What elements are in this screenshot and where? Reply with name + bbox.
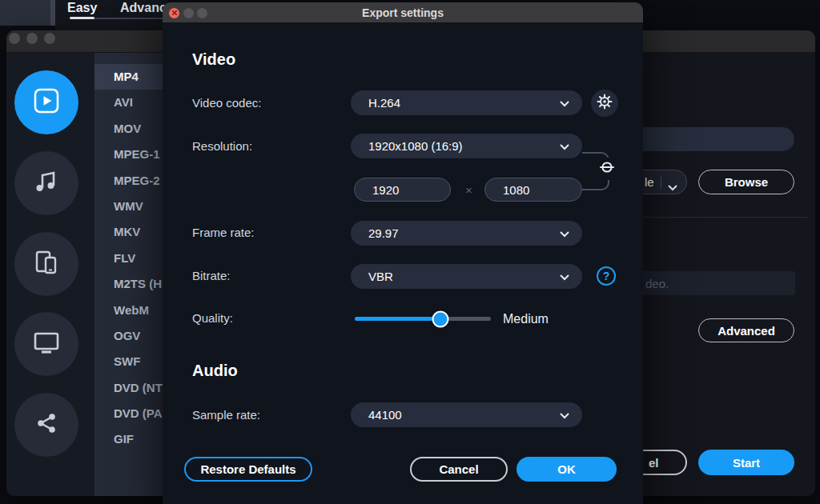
sidebar-item-tv[interactable]	[14, 312, 78, 376]
tab-easy[interactable]: Easy	[67, 1, 97, 15]
share-icon	[32, 409, 61, 441]
resolution-value: 1920x1080 (16:9)	[368, 139, 463, 153]
gear-icon	[597, 94, 613, 113]
audio-section-heading: Audio	[192, 362, 238, 380]
bitrate-value: VBR	[368, 270, 393, 283]
close-window-button[interactable]	[9, 33, 20, 44]
resolution-times-separator: ×	[465, 183, 472, 197]
chevron-down-icon	[560, 226, 569, 240]
question-mark-icon: ?	[603, 270, 610, 282]
bitrate-help-button[interactable]: ?	[597, 266, 616, 286]
video-codec-dropdown[interactable]: H.264	[351, 90, 582, 115]
samplerate-label: Sample rate:	[192, 408, 260, 422]
sidebar-item-video[interactable]	[14, 70, 78, 134]
width-input-value: 1920	[372, 183, 399, 197]
dialog-title: Export settings	[163, 2, 643, 23]
browse-button-label: Browse	[725, 175, 768, 189]
dialog-ok-label: OK	[557, 462, 576, 476]
monitor-icon	[31, 327, 62, 361]
chevron-down-icon	[560, 270, 569, 283]
background-window-corner	[0, 0, 50, 26]
dialog-cancel-button[interactable]: Cancel	[410, 457, 508, 482]
sidebar-item-devices[interactable]	[14, 232, 78, 296]
preset-dropdown-divider	[661, 177, 661, 189]
quality-slider-fill	[355, 317, 440, 321]
easy-tab-underline	[70, 17, 94, 19]
close-icon	[171, 10, 178, 16]
dialog-minimize-button[interactable]	[183, 8, 194, 18]
samplerate-value: 44100	[368, 408, 402, 422]
restore-defaults-label: Restore Defaults	[200, 462, 295, 476]
samplerate-dropdown[interactable]: 44100	[351, 402, 582, 427]
framerate-dropdown[interactable]: 29.97	[351, 221, 582, 246]
quality-slider-thumb[interactable]	[432, 310, 449, 327]
resolution-dropdown[interactable]: 1920x1080 (16:9)	[351, 134, 582, 158]
sidebar-item-share[interactable]	[14, 393, 78, 457]
export-settings-dialog: Export settings Video Video codec: H.264	[163, 2, 643, 504]
video-section-heading: Video	[192, 50, 235, 69]
sidebar-item-audio[interactable]	[14, 151, 78, 215]
advanced-button[interactable]: Advanced	[698, 318, 794, 342]
video-codec-value: H.264	[368, 96, 400, 110]
framerate-value: 29.97	[368, 226, 399, 240]
minimize-window-button[interactable]	[26, 33, 38, 44]
tab-advanced[interactable]: Advanc	[120, 1, 167, 15]
dialog-close-button[interactable]	[169, 8, 179, 18]
advanced-button-label: Advanced	[718, 324, 775, 338]
quality-label: Quality:	[192, 311, 233, 325]
main-cancel-button-label: el	[649, 456, 659, 470]
video-codec-label: Video codec:	[192, 96, 261, 110]
mode-tabbar: Easy Advanc	[55, 0, 167, 30]
restore-defaults-button[interactable]: Restore Defaults	[184, 457, 312, 482]
chevron-down-icon	[560, 139, 569, 153]
resolution-label: Resolution:	[192, 139, 252, 153]
codec-settings-button[interactable]	[591, 90, 618, 117]
chevron-down-icon	[560, 96, 569, 110]
dialog-titlebar[interactable]: Export settings	[163, 2, 643, 23]
devices-icon	[32, 248, 61, 280]
screen: Easy Advanc	[0, 0, 820, 504]
height-input-value: 1080	[503, 183, 529, 197]
description-field-text: deo.	[645, 277, 669, 290]
dialog-cancel-label: Cancel	[439, 462, 478, 476]
start-button-label: Start	[733, 456, 760, 470]
dialog-ok-button[interactable]: OK	[517, 457, 617, 482]
bitrate-dropdown[interactable]: VBR	[351, 264, 582, 289]
video-play-icon	[32, 86, 61, 118]
width-input[interactable]: 1920	[354, 178, 451, 202]
quality-level-label: Medium	[503, 312, 549, 326]
chevron-down-icon	[668, 180, 677, 194]
link-icon	[598, 162, 616, 176]
height-input[interactable]: 1080	[484, 178, 582, 202]
tab-divider	[94, 18, 167, 19]
quality-slider[interactable]	[355, 317, 491, 321]
chevron-down-icon	[560, 408, 569, 422]
bitrate-label: Bitrate:	[192, 269, 231, 282]
aspect-lock-button[interactable]	[596, 158, 618, 180]
music-note-icon	[32, 167, 61, 199]
zoom-window-button[interactable]	[44, 33, 55, 44]
framerate-label: Frame rate:	[192, 226, 255, 239]
start-button[interactable]: Start	[698, 450, 794, 475]
preset-dropdown-label: le	[645, 175, 654, 189]
browse-button[interactable]: Browse	[698, 170, 794, 194]
dialog-zoom-button[interactable]	[197, 8, 207, 18]
